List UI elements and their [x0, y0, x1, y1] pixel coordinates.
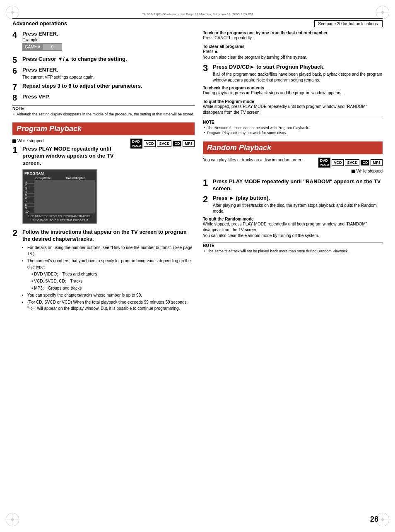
right-note-item-1: The Resume function cannot be used with … [203, 125, 383, 131]
program-screenshot: PROGRAM Group/Title Track/Chapter 1 2 3 … [22, 169, 97, 224]
check-program-title: To check the program contents [203, 86, 383, 90]
random-formats: DVDVIDEO VCD SVCD CD MP3 While stopped [318, 158, 383, 176]
step-4-example-label: Example: [22, 38, 195, 42]
main-content: 4 Press ENTER. Example: GAMMA 0 5 Press … [12, 31, 383, 315]
step-5-number: 5 [12, 56, 21, 64]
program-while-stopped: While stopped [12, 139, 130, 143]
quit-random-body: While stopped, press PLAY MODE repeatedl… [203, 221, 383, 239]
header-note: See page 20 for button locations. [314, 20, 383, 27]
program-step-1-content: Press PLAY MODE repeatedly until program… [22, 146, 130, 226]
random-badge-vcd: VCD [332, 159, 344, 166]
bullet-4: (For CD, SVCD or VCD) When the total pla… [27, 299, 195, 312]
step-7-number: 7 [12, 83, 21, 91]
badge-mp3: MP3 [183, 140, 195, 147]
badge-dvd: DVDVIDEO [130, 139, 143, 149]
random-step-2-body: After playing all titles/tracks on the d… [213, 203, 383, 214]
step-6-body: The current VFP settings appear again. [22, 74, 195, 80]
step-5-title: Press Cursor ▼/▲ to change the setting. [22, 56, 195, 63]
quit-random-title: To quit the Random mode [203, 217, 383, 221]
disc-type-mp3-label: • MP3: [31, 285, 44, 291]
quit-program-body: While stopped, press PLAY MODE repeatedl… [203, 104, 383, 115]
file-header: THS33-11[B]-06advanced.fm Page 28 Monday… [12, 12, 383, 16]
random-step-2: 2 Press ► (play button). After playing a… [203, 195, 383, 214]
program-table-header-track: Track/Chapter [65, 176, 95, 180]
clear-one-body: Press CANCEL repeatedly. [203, 35, 383, 41]
random-step-1-number: 1 [203, 178, 211, 187]
program-step-1: 1 Press PLAY MODE repeatedly until progr… [12, 146, 130, 226]
step-6-number: 6 [12, 67, 21, 75]
program-screenshot-title: PROGRAM [24, 171, 95, 175]
step-5: 5 Press Cursor ▼/▲ to change the setting… [12, 56, 195, 64]
badge-vcd: VCD [144, 140, 156, 147]
bullet-2: The content's numbers that you have to s… [27, 258, 195, 270]
clear-one-by-one: To clear the programs one by one from th… [203, 31, 383, 41]
random-step-2-number: 2 [203, 195, 211, 204]
step-4-example-box: GAMMA 0 [22, 43, 62, 51]
step-8-number: 8 [12, 93, 21, 102]
right-step-3-body: If all of the programmed tracks/files ha… [213, 72, 383, 83]
random-step-1-title: Press PLAY MODE repeatedly until "RANDOM… [213, 178, 383, 192]
step-6: 6 Press ENTER. The current VFP settings … [12, 67, 195, 80]
random-badge-cd: CD [361, 160, 369, 165]
right-step-3-number: 3 [203, 64, 211, 73]
program-caption-2: USE CANCEL TO DELETE THE PROGRAM. [24, 219, 95, 222]
check-program-contents: To check the program contents During pla… [203, 86, 383, 96]
step-8: 8 Press VFP. [12, 93, 195, 102]
disc-type-dvd-label: • DVD VIDEO: [31, 271, 58, 277]
quit-program-mode: To quit the Program mode While stopped, … [203, 99, 383, 115]
program-playback-header: Program Playback [12, 122, 195, 135]
step-6-content: Press ENTER. The current VFP settings ap… [22, 67, 195, 80]
left-note-item-1: Although the setting display disappears … [12, 112, 195, 117]
disc-type-mp3-value: Groups and tracks [48, 285, 82, 291]
badge-svcd: SVCD [157, 140, 171, 147]
left-note-title: NOTE [12, 105, 195, 111]
program-step-2-content: Follow the instructions that appear on t… [22, 229, 195, 312]
step-4-number: 4 [12, 31, 21, 39]
random-format-badges: DVDVIDEO VCD SVCD CD MP3 [318, 158, 383, 168]
badge-cd: CD [173, 141, 181, 146]
bullet-1: For details on using the number buttons,… [27, 244, 195, 257]
while-stopped-label: While stopped [17, 139, 43, 143]
example-box-value: 0 [43, 44, 62, 50]
page-title: Advanced operations [12, 20, 67, 26]
step-4-content: Press ENTER. Example: GAMMA 0 [22, 31, 195, 53]
step-8-content: Press VFP. [22, 93, 195, 101]
random-badge-dvd: DVDVIDEO [318, 158, 331, 168]
program-table: Group/Title Track/Chapter 1 2 3 4 5 6 7 … [24, 176, 95, 213]
step-7-content: Repeat steps 3 to 6 to adjust other para… [22, 83, 195, 90]
clear-all-body: Press ■.You can also clear the program b… [203, 49, 383, 60]
random-while-stopped-label: While stopped [356, 169, 383, 173]
program-step-1-title: Press PLAY MODE repeatedly until program… [22, 146, 130, 167]
quit-random-mode: To quit the Random mode While stopped, p… [203, 217, 383, 239]
program-step-2-title: Follow the instructions that appear on t… [22, 229, 195, 243]
page-header: Advanced operations See page 20 for butt… [12, 18, 383, 27]
step-4-title: Press ENTER. [22, 31, 195, 38]
clear-all: To clear all programs Press ■.You can al… [203, 44, 383, 60]
program-step-2-bullets: For details on using the number buttons,… [22, 244, 195, 312]
random-step-1: 1 Press PLAY MODE repeatedly until "RAND… [203, 178, 383, 192]
square-bullet-icon [12, 139, 16, 143]
disc-type-vcd-label: • VCD, SVCD, CD: [31, 278, 66, 284]
bullet-3: You can specify the chapters/tracks whos… [27, 292, 195, 298]
example-box-key: GAMMA [22, 44, 43, 50]
check-program-body: During playback, press ■. Playback stops… [203, 90, 383, 96]
step-7-title: Repeat steps 3 to 6 to adjust other para… [22, 83, 195, 90]
right-step-3-content: Press DVD/CD► to start Program Playback.… [213, 64, 383, 83]
left-column: 4 Press ENTER. Example: GAMMA 0 5 Press … [12, 31, 195, 315]
random-square-bullet [352, 170, 355, 173]
random-note-item-1: The same title/track will not be played … [203, 249, 383, 254]
right-step-3-title: Press DVD/CD► to start Program Playback. [213, 64, 383, 71]
program-table-header-num [24, 176, 34, 180]
right-note-item-2: Program Playback may not work for some d… [203, 130, 383, 136]
right-step-3: 3 Press DVD/CD► to start Program Playbac… [203, 64, 383, 83]
disc-type-mp3: • MP3: Groups and tracks [31, 285, 195, 291]
random-while-stopped: While stopped [352, 169, 383, 173]
random-step-1-content: Press PLAY MODE repeatedly until "RANDOM… [213, 178, 383, 192]
program-caption-1: USE NUMERIC KEYS TO PROGRAM TRACKS. [24, 215, 95, 218]
random-step-2-title: Press ► (play button). [213, 195, 383, 202]
random-badge-svcd: SVCD [345, 159, 359, 166]
clear-all-title: To clear all programs [203, 44, 383, 49]
disc-type-dvd: • DVD VIDEO: Titles and chapters [31, 271, 195, 277]
random-badge-mp3: MP3 [371, 159, 383, 166]
disc-type-dvd-value: Titles and chapters [62, 271, 97, 277]
